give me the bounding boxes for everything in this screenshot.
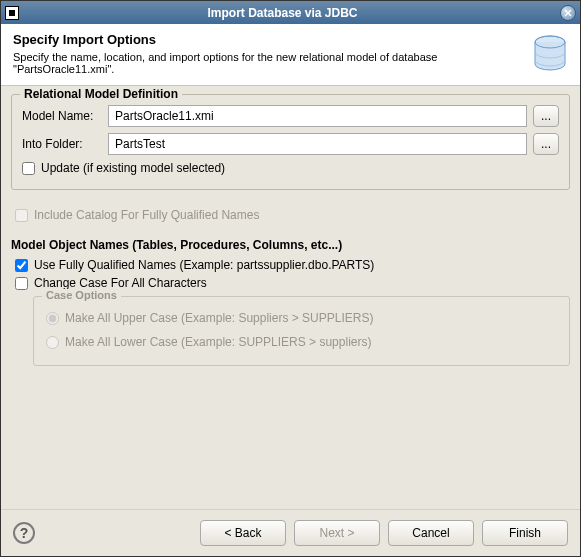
finish-button[interactable]: Finish xyxy=(482,520,568,546)
fully-qualified-row: Use Fully Qualified Names (Example: part… xyxy=(15,258,570,272)
into-folder-browse-button[interactable]: ... xyxy=(533,133,559,155)
back-button-label: < Back xyxy=(224,526,261,540)
group-legend: Relational Model Definition xyxy=(20,87,182,101)
change-case-row: Change Case For All Characters xyxy=(15,276,570,290)
update-checkbox-label: Update (if existing model selected) xyxy=(41,161,225,175)
include-catalog-row: Include Catalog For Fully Qualified Name… xyxy=(15,208,570,222)
model-name-field[interactable] xyxy=(108,105,527,127)
model-name-browse-button[interactable]: ... xyxy=(533,105,559,127)
close-icon xyxy=(564,9,572,17)
wizard-header: Specify Import Options Specify the name,… xyxy=(1,24,580,86)
include-catalog-label: Include Catalog For Fully Qualified Name… xyxy=(34,208,259,222)
wizard-footer: ? < Back Next > Cancel Finish xyxy=(1,509,580,556)
window-title: Import Database via JDBC xyxy=(5,6,560,20)
ellipsis-icon: ... xyxy=(541,137,551,151)
model-name-label: Model Name: xyxy=(22,109,102,123)
close-button[interactable] xyxy=(560,5,576,21)
wizard-content: Relational Model Definition Model Name: … xyxy=(1,86,580,509)
finish-button-label: Finish xyxy=(509,526,541,540)
titlebar: Import Database via JDBC xyxy=(1,1,580,24)
lower-case-row: Make All Lower Case (Example: SUPPLIERS … xyxy=(46,335,557,349)
change-case-checkbox[interactable] xyxy=(15,277,28,290)
update-checkbox[interactable] xyxy=(22,162,35,175)
upper-case-radio xyxy=(46,312,59,325)
wizard-heading: Specify Import Options xyxy=(13,32,524,47)
database-icon xyxy=(532,34,568,77)
help-button[interactable]: ? xyxy=(13,522,35,544)
lower-case-radio xyxy=(46,336,59,349)
update-checkbox-row: Update (if existing model selected) xyxy=(22,161,559,175)
into-folder-label: Into Folder: xyxy=(22,137,102,151)
dialog-window: Import Database via JDBC Specify Import … xyxy=(0,0,581,557)
back-button[interactable]: < Back xyxy=(200,520,286,546)
next-button-label: Next > xyxy=(319,526,354,540)
fully-qualified-checkbox[interactable] xyxy=(15,259,28,272)
fully-qualified-label: Use Fully Qualified Names (Example: part… xyxy=(34,258,374,272)
next-button: Next > xyxy=(294,520,380,546)
upper-case-label: Make All Upper Case (Example: Suppliers … xyxy=(65,311,373,325)
include-catalog-checkbox xyxy=(15,209,28,222)
cancel-button-label: Cancel xyxy=(412,526,449,540)
ellipsis-icon: ... xyxy=(541,109,551,123)
upper-case-row: Make All Upper Case (Example: Suppliers … xyxy=(46,311,557,325)
into-folder-row: Into Folder: ... xyxy=(22,133,559,155)
change-case-label: Change Case For All Characters xyxy=(34,276,207,290)
model-name-row: Model Name: ... xyxy=(22,105,559,127)
model-object-names-heading: Model Object Names (Tables, Procedures, … xyxy=(11,238,570,252)
help-icon: ? xyxy=(20,525,29,541)
case-options-legend: Case Options xyxy=(42,289,121,301)
cancel-button[interactable]: Cancel xyxy=(388,520,474,546)
into-folder-field[interactable] xyxy=(108,133,527,155)
relational-model-definition-group: Relational Model Definition Model Name: … xyxy=(11,94,570,190)
lower-case-label: Make All Lower Case (Example: SUPPLIERS … xyxy=(65,335,371,349)
wizard-description: Specify the name, location, and import o… xyxy=(13,51,473,75)
case-options-group: Case Options Make All Upper Case (Exampl… xyxy=(33,296,570,366)
